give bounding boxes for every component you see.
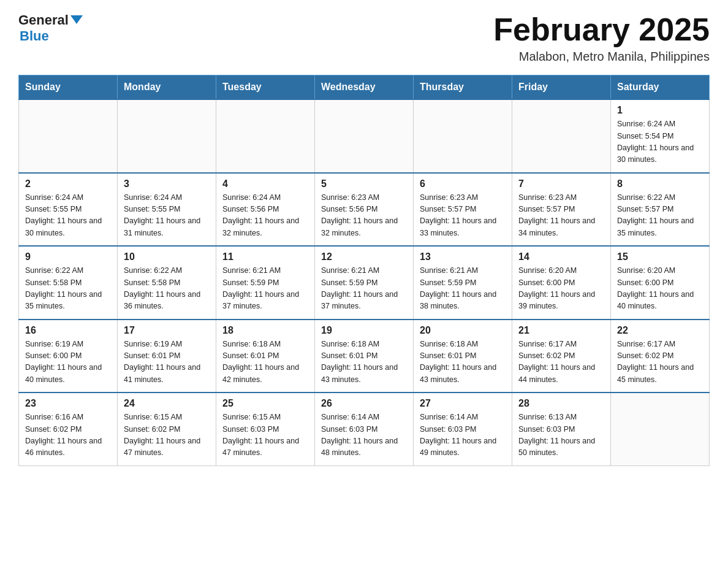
day-number: 27	[420, 398, 506, 409]
day-number: 6	[420, 178, 506, 190]
day-info: Sunrise: 6:23 AM Sunset: 5:57 PM Dayligh…	[420, 192, 506, 240]
day-number: 26	[321, 398, 407, 409]
calendar-cell: 16Sunrise: 6:19 AM Sunset: 6:00 PM Dayli…	[19, 320, 118, 393]
day-info: Sunrise: 6:24 AM Sunset: 5:54 PM Dayligh…	[617, 118, 703, 166]
day-number: 17	[124, 325, 210, 336]
day-number: 19	[321, 325, 407, 336]
day-info: Sunrise: 6:14 AM Sunset: 6:03 PM Dayligh…	[420, 412, 506, 459]
day-number: 15	[617, 251, 703, 262]
calendar-cell	[512, 99, 611, 173]
month-title: February 2025	[493, 12, 710, 47]
calendar-cell: 19Sunrise: 6:18 AM Sunset: 6:01 PM Dayli…	[315, 320, 414, 393]
weekday-header-thursday: Thursday	[414, 75, 512, 100]
calendar-cell: 14Sunrise: 6:20 AM Sunset: 6:00 PM Dayli…	[512, 246, 611, 320]
calendar-cell: 18Sunrise: 6:18 AM Sunset: 6:01 PM Dayli…	[216, 320, 315, 393]
day-info: Sunrise: 6:22 AM Sunset: 5:57 PM Dayligh…	[617, 192, 703, 240]
day-number: 8	[617, 178, 703, 190]
day-info: Sunrise: 6:24 AM Sunset: 5:55 PM Dayligh…	[25, 192, 111, 240]
logo: General Blue	[18, 12, 83, 44]
day-info: Sunrise: 6:14 AM Sunset: 6:03 PM Dayligh…	[321, 412, 407, 459]
day-info: Sunrise: 6:15 AM Sunset: 6:03 PM Dayligh…	[222, 412, 308, 459]
calendar-cell: 27Sunrise: 6:14 AM Sunset: 6:03 PM Dayli…	[414, 393, 512, 465]
calendar-cell: 12Sunrise: 6:21 AM Sunset: 5:59 PM Dayli…	[315, 246, 414, 320]
calendar-week-row: 16Sunrise: 6:19 AM Sunset: 6:00 PM Dayli…	[19, 320, 710, 393]
calendar-cell: 24Sunrise: 6:15 AM Sunset: 6:02 PM Dayli…	[118, 393, 216, 465]
day-number: 25	[222, 398, 308, 409]
day-number: 10	[124, 251, 210, 262]
calendar-cell: 15Sunrise: 6:20 AM Sunset: 6:00 PM Dayli…	[611, 246, 710, 320]
calendar-cell: 20Sunrise: 6:18 AM Sunset: 6:01 PM Dayli…	[414, 320, 512, 393]
logo-blue-text: Blue	[20, 28, 49, 44]
day-number: 22	[617, 325, 703, 336]
day-info: Sunrise: 6:16 AM Sunset: 6:02 PM Dayligh…	[25, 412, 111, 459]
weekday-header-friday: Friday	[512, 75, 611, 100]
day-info: Sunrise: 6:17 AM Sunset: 6:02 PM Dayligh…	[518, 339, 604, 386]
day-number: 9	[25, 251, 111, 262]
calendar-cell	[611, 393, 710, 465]
weekday-header-sunday: Sunday	[19, 75, 118, 100]
day-number: 11	[222, 251, 308, 262]
calendar-cell	[315, 99, 414, 173]
title-block: February 2025 Malabon, Metro Manila, Phi…	[493, 12, 710, 64]
calendar-week-row: 9Sunrise: 6:22 AM Sunset: 5:58 PM Daylig…	[19, 246, 710, 320]
day-info: Sunrise: 6:23 AM Sunset: 5:56 PM Dayligh…	[321, 192, 407, 240]
weekday-header-saturday: Saturday	[611, 75, 710, 100]
day-number: 24	[124, 398, 210, 409]
weekday-header-tuesday: Tuesday	[216, 75, 315, 100]
day-info: Sunrise: 6:24 AM Sunset: 5:55 PM Dayligh…	[124, 192, 210, 240]
day-info: Sunrise: 6:13 AM Sunset: 6:03 PM Dayligh…	[518, 412, 604, 459]
calendar-cell: 25Sunrise: 6:15 AM Sunset: 6:03 PM Dayli…	[216, 393, 315, 465]
calendar-cell: 22Sunrise: 6:17 AM Sunset: 6:02 PM Dayli…	[611, 320, 710, 393]
day-number: 5	[321, 178, 407, 190]
day-info: Sunrise: 6:23 AM Sunset: 5:57 PM Dayligh…	[518, 192, 604, 240]
calendar-cell: 9Sunrise: 6:22 AM Sunset: 5:58 PM Daylig…	[19, 246, 118, 320]
day-info: Sunrise: 6:19 AM Sunset: 6:00 PM Dayligh…	[25, 339, 111, 386]
day-number: 16	[25, 325, 111, 336]
calendar-cell	[414, 99, 512, 173]
location-title: Malabon, Metro Manila, Philippines	[493, 50, 710, 64]
day-info: Sunrise: 6:22 AM Sunset: 5:58 PM Dayligh…	[25, 265, 111, 313]
calendar-cell: 4Sunrise: 6:24 AM Sunset: 5:56 PM Daylig…	[216, 173, 315, 247]
calendar-cell: 7Sunrise: 6:23 AM Sunset: 5:57 PM Daylig…	[512, 173, 611, 247]
calendar-cell: 13Sunrise: 6:21 AM Sunset: 5:59 PM Dayli…	[414, 246, 512, 320]
day-number: 3	[124, 178, 210, 190]
day-number: 28	[518, 398, 604, 409]
weekday-header-monday: Monday	[118, 75, 216, 100]
weekday-header-wednesday: Wednesday	[315, 75, 414, 100]
calendar-week-row: 2Sunrise: 6:24 AM Sunset: 5:55 PM Daylig…	[19, 173, 710, 247]
calendar-cell: 28Sunrise: 6:13 AM Sunset: 6:03 PM Dayli…	[512, 393, 611, 465]
calendar-cell	[19, 99, 118, 173]
logo-arrow-icon	[70, 15, 83, 24]
day-info: Sunrise: 6:21 AM Sunset: 5:59 PM Dayligh…	[321, 265, 407, 313]
calendar-week-row: 1Sunrise: 6:24 AM Sunset: 5:54 PM Daylig…	[19, 99, 710, 173]
calendar-cell	[216, 99, 315, 173]
calendar-cell: 2Sunrise: 6:24 AM Sunset: 5:55 PM Daylig…	[19, 173, 118, 247]
day-info: Sunrise: 6:24 AM Sunset: 5:56 PM Dayligh…	[222, 192, 308, 240]
calendar-cell: 17Sunrise: 6:19 AM Sunset: 6:01 PM Dayli…	[118, 320, 216, 393]
calendar-week-row: 23Sunrise: 6:16 AM Sunset: 6:02 PM Dayli…	[19, 393, 710, 465]
day-info: Sunrise: 6:15 AM Sunset: 6:02 PM Dayligh…	[124, 412, 210, 459]
calendar-cell: 21Sunrise: 6:17 AM Sunset: 6:02 PM Dayli…	[512, 320, 611, 393]
day-number: 4	[222, 178, 308, 190]
day-number: 2	[25, 178, 111, 190]
day-number: 1	[617, 105, 703, 116]
calendar-cell: 5Sunrise: 6:23 AM Sunset: 5:56 PM Daylig…	[315, 173, 414, 247]
calendar-cell: 23Sunrise: 6:16 AM Sunset: 6:02 PM Dayli…	[19, 393, 118, 465]
day-info: Sunrise: 6:20 AM Sunset: 6:00 PM Dayligh…	[617, 265, 703, 313]
calendar-cell: 11Sunrise: 6:21 AM Sunset: 5:59 PM Dayli…	[216, 246, 315, 320]
day-number: 23	[25, 398, 111, 409]
calendar-header-row: SundayMondayTuesdayWednesdayThursdayFrid…	[19, 75, 710, 100]
day-info: Sunrise: 6:21 AM Sunset: 5:59 PM Dayligh…	[420, 265, 506, 313]
day-info: Sunrise: 6:22 AM Sunset: 5:58 PM Dayligh…	[124, 265, 210, 313]
logo-general-text: General	[18, 12, 69, 28]
day-number: 21	[518, 325, 604, 336]
calendar-table: SundayMondayTuesdayWednesdayThursdayFrid…	[18, 75, 710, 466]
calendar-cell: 1Sunrise: 6:24 AM Sunset: 5:54 PM Daylig…	[611, 99, 710, 173]
day-info: Sunrise: 6:18 AM Sunset: 6:01 PM Dayligh…	[321, 339, 407, 386]
day-number: 12	[321, 251, 407, 262]
day-info: Sunrise: 6:18 AM Sunset: 6:01 PM Dayligh…	[222, 339, 308, 386]
calendar-cell: 26Sunrise: 6:14 AM Sunset: 6:03 PM Dayli…	[315, 393, 414, 465]
page-header: General Blue February 2025 Malabon, Metr…	[18, 12, 710, 64]
day-number: 7	[518, 178, 604, 190]
day-info: Sunrise: 6:21 AM Sunset: 5:59 PM Dayligh…	[222, 265, 308, 313]
